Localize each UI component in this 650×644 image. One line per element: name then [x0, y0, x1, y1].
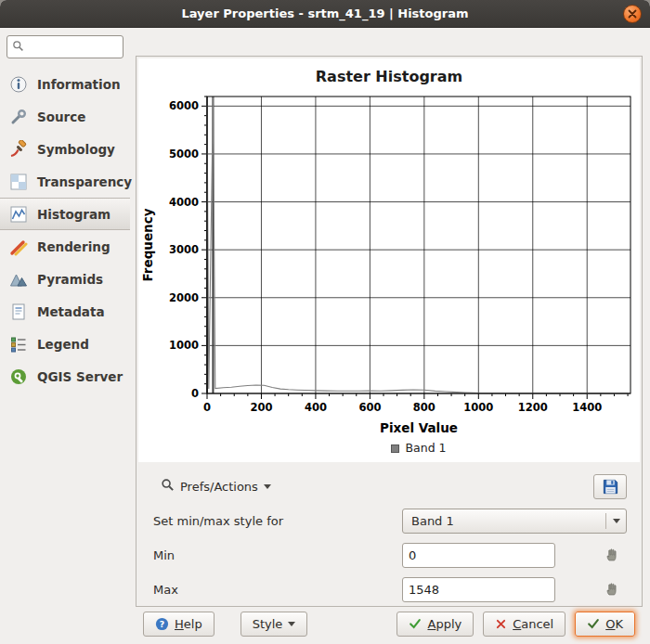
svg-text:1400: 1400	[572, 401, 602, 414]
sidebar-item-rendering[interactable]: Rendering	[0, 230, 130, 263]
min-row: Min	[153, 542, 627, 568]
apply-label: Apply	[427, 617, 462, 631]
sidebar-item-label: Transparency	[37, 174, 132, 189]
svg-text:1200: 1200	[518, 401, 548, 414]
svg-text:0: 0	[191, 387, 199, 400]
set-min-hand-icon[interactable]	[604, 547, 619, 562]
sidebar-item-source[interactable]: Source	[0, 100, 130, 133]
histogram-icon	[8, 204, 29, 225]
style-dropdown-arrow-icon	[288, 622, 295, 626]
min-input[interactable]	[402, 543, 555, 568]
cancel-button[interactable]: Cancel	[483, 612, 566, 637]
legend-icon	[8, 334, 29, 354]
style-label: Style	[253, 617, 283, 631]
svg-text:1000: 1000	[463, 401, 493, 414]
prefs-actions-button[interactable]: Prefs/Actions	[153, 474, 279, 498]
svg-text:600: 600	[358, 401, 381, 414]
svg-text:Pixel Value: Pixel Value	[380, 420, 458, 435]
prefs-dropdown-arrow-icon	[264, 484, 271, 489]
rendering-icon	[8, 237, 29, 257]
cancel-x-icon	[495, 618, 507, 630]
max-label: Max	[153, 583, 402, 597]
chart-widget: Raster Histogram 02004006008001000120014…	[138, 58, 640, 462]
sidebar-item-legend[interactable]: Legend	[0, 328, 130, 360]
svg-text:Frequency: Frequency	[140, 208, 155, 281]
titlebar[interactable]: Layer Properties - srtm_41_19 | Histogra…	[0, 0, 650, 28]
apply-check-icon	[409, 617, 422, 630]
raster-histogram-chart[interactable]: 0200400600800100012001400010002000300040…	[138, 87, 640, 440]
source-icon	[8, 107, 29, 127]
svg-text:1000: 1000	[169, 339, 199, 352]
transparency-icon	[8, 172, 29, 192]
chart-title: Raster Histogram	[138, 64, 640, 87]
chevron-down-icon	[613, 519, 620, 523]
sidebar-item-symbology[interactable]: Symbology	[0, 133, 130, 165]
window-title: Layer Properties - srtm_41_19 | Histogra…	[181, 6, 468, 20]
sidebar-item-list: InformationSourceSymbologyTransparencyHi…	[0, 68, 130, 393]
max-row: Max	[153, 576, 627, 602]
close-button[interactable]	[623, 5, 642, 23]
svg-text:2000: 2000	[169, 291, 199, 304]
sidebar-item-label: Source	[37, 109, 85, 124]
legend-label: Band 1	[405, 441, 446, 455]
metadata-icon	[8, 302, 29, 322]
min-label: Min	[153, 548, 402, 562]
search-input[interactable]	[28, 41, 118, 54]
set-minmax-label: Set min/max style for	[153, 514, 402, 528]
band-select[interactable]: Band 1	[402, 509, 627, 534]
ok-check-icon	[587, 617, 600, 630]
sidebar-item-transparency[interactable]: Transparency	[0, 165, 130, 198]
combo-arrow-wrap	[605, 513, 620, 529]
prefs-actions-label: Prefs/Actions	[180, 480, 258, 494]
max-input[interactable]	[402, 577, 555, 602]
svg-text:400: 400	[305, 401, 327, 414]
chart-legend: Band 1	[138, 440, 640, 462]
sidebar-item-label: Rendering	[37, 239, 110, 254]
help-button[interactable]: ? Help	[143, 612, 214, 637]
histogram-controls: Prefs/Actions	[138, 462, 640, 602]
sidebar-item-label: Pyramids	[37, 272, 103, 287]
legend-swatch	[391, 444, 399, 453]
max-field-wrap	[402, 577, 627, 602]
save-histogram-button[interactable]	[593, 474, 627, 499]
histogram-panel: Raster Histogram 02004006008001000120014…	[136, 56, 643, 607]
sidebar-item-label: Symbology	[37, 142, 115, 157]
sidebar-item-histogram[interactable]: Histogram	[0, 198, 130, 230]
prefs-magnifier-icon	[161, 478, 175, 495]
min-field-wrap	[402, 543, 627, 568]
svg-text:6000: 6000	[169, 99, 199, 112]
sidebar-item-label: Metadata	[37, 304, 105, 319]
set-max-hand-icon[interactable]	[604, 582, 619, 597]
help-icon: ?	[155, 617, 169, 631]
sidebar-item-pyramids[interactable]: Pyramids	[0, 263, 130, 295]
layer-properties-window: Layer Properties - srtm_41_19 | Histogra…	[0, 0, 650, 644]
ok-label: OK	[605, 617, 623, 631]
style-button[interactable]: Style	[240, 612, 308, 637]
svg-text:3000: 3000	[169, 243, 199, 256]
sidebar-item-information[interactable]: Information	[0, 68, 130, 100]
close-icon	[628, 9, 637, 19]
sidebar-item-qgis-server[interactable]: QGIS Server	[0, 360, 130, 393]
svg-text:0: 0	[203, 401, 211, 414]
sidebar-item-metadata[interactable]: Metadata	[0, 295, 130, 328]
sidebar-item-label: Information	[37, 77, 121, 92]
main-area: Raster Histogram 02004006008001000120014…	[130, 28, 650, 644]
svg-text:200: 200	[250, 401, 272, 414]
sidebar-item-label: Legend	[37, 337, 89, 352]
info-icon	[8, 74, 29, 95]
svg-text:4000: 4000	[169, 196, 199, 209]
set-minmax-row: Set min/max style for Band 1	[153, 508, 627, 534]
cancel-label: Cancel	[513, 617, 553, 631]
apply-button[interactable]: Apply	[396, 612, 474, 637]
svg-text:800: 800	[413, 401, 436, 414]
sidebar-item-label: QGIS Server	[37, 369, 123, 384]
save-icon	[602, 478, 619, 496]
dialog-footer: ? Help Style Apply Cancel	[136, 607, 643, 644]
pyramids-icon	[8, 269, 29, 290]
sidebar: InformationSourceSymbologyTransparencyHi…	[0, 28, 130, 644]
ok-button[interactable]: OK	[575, 612, 635, 637]
qgis-server-icon	[8, 367, 29, 387]
sidebar-search[interactable]	[6, 35, 124, 58]
search-icon	[12, 40, 24, 55]
svg-text:5000: 5000	[169, 148, 199, 161]
